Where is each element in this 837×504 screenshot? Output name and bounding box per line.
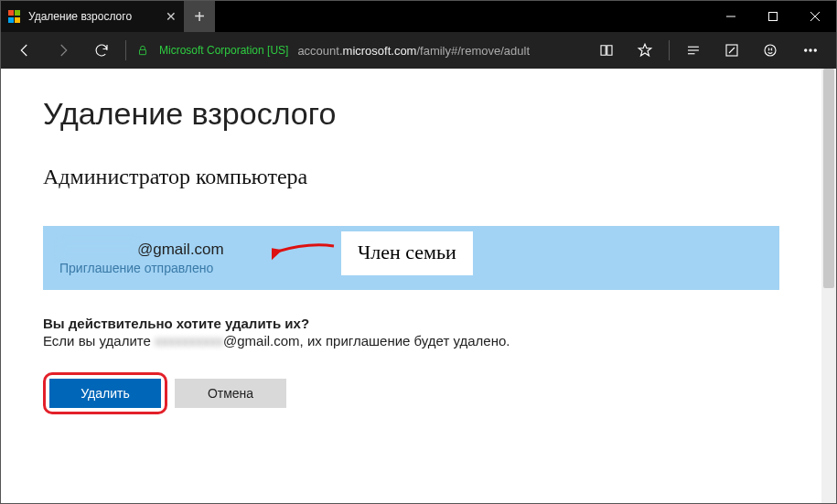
family-member-card[interactable]: xxxxxxxxxx@gmail.com Приглашение отправл… xyxy=(43,226,779,290)
svg-rect-1 xyxy=(769,13,778,21)
member-email-hidden: xxxxxxxxxx xyxy=(59,241,137,258)
separator xyxy=(125,40,126,60)
cancel-button[interactable]: Отмена xyxy=(175,379,286,408)
security-org[interactable]: Microsoft Corporation [US] xyxy=(159,44,288,57)
more-icon[interactable] xyxy=(790,32,831,69)
remove-button[interactable]: Удалить xyxy=(49,379,161,408)
window-controls xyxy=(710,1,836,32)
back-button[interactable] xyxy=(6,32,43,69)
browser-tab[interactable]: Удаление взрослого ✕ xyxy=(1,1,184,32)
hub-icon[interactable] xyxy=(675,32,712,69)
tab-strip-spacer xyxy=(215,1,710,32)
url-path: /family#/remove/adult xyxy=(416,44,530,58)
tab-strip: Удаление взрослого ✕ + xyxy=(1,1,836,32)
microsoft-favicon xyxy=(8,10,21,23)
new-tab-button[interactable]: + xyxy=(184,1,215,32)
member-email-domain: @gmail.com xyxy=(137,241,224,258)
confirm-hidden: xxxxxxxxxx xyxy=(155,333,223,349)
vertical-scrollbar[interactable] xyxy=(821,69,836,503)
arrow-annotation-icon xyxy=(272,241,336,264)
tab-title: Удаление взрослого xyxy=(28,10,158,23)
url-host: microsoft.com xyxy=(343,44,417,58)
close-window-button[interactable] xyxy=(794,1,836,32)
confirm-suffix: @gmail.com, их приглашение будет удалено… xyxy=(223,333,510,349)
family-member-label: Член семьи xyxy=(341,231,473,275)
svg-point-12 xyxy=(814,49,816,51)
minimize-button[interactable] xyxy=(710,1,752,32)
button-row: Удалить Отмена xyxy=(43,372,779,414)
confirm-question: Вы действительно хотите удалить их? xyxy=(43,316,779,331)
separator xyxy=(669,40,670,60)
page-viewport: Удаление взрослого Администратор компьют… xyxy=(1,69,821,503)
confirm-text: Если вы удалите xxxxxxxxxx@gmail.com, их… xyxy=(43,333,779,349)
refresh-button[interactable] xyxy=(83,32,120,69)
svg-rect-4 xyxy=(140,49,146,54)
web-note-icon[interactable] xyxy=(714,32,750,69)
svg-point-9 xyxy=(765,45,776,56)
svg-point-11 xyxy=(810,49,811,51)
confirm-prefix: Если вы удалите xyxy=(43,333,155,349)
close-tab-icon[interactable]: ✕ xyxy=(166,9,177,24)
scroll-thumb[interactable] xyxy=(823,69,834,288)
share-icon[interactable] xyxy=(752,32,789,69)
page-title: Удаление взрослого xyxy=(43,96,779,132)
maximize-button[interactable] xyxy=(752,1,794,32)
lock-icon[interactable] xyxy=(132,32,154,69)
svg-point-10 xyxy=(805,49,807,51)
url-display[interactable]: account.microsoft.com/family#/remove/adu… xyxy=(297,44,586,58)
highlight-ring: Удалить xyxy=(43,372,167,414)
address-bar: Microsoft Corporation [US] account.micro… xyxy=(1,32,836,69)
forward-button[interactable] xyxy=(45,32,81,69)
favorite-star-icon[interactable] xyxy=(627,32,663,69)
admin-annotation: Администратор компьютера xyxy=(43,165,779,189)
url-subdomain: account. xyxy=(297,44,342,58)
reading-view-icon[interactable] xyxy=(588,32,625,69)
